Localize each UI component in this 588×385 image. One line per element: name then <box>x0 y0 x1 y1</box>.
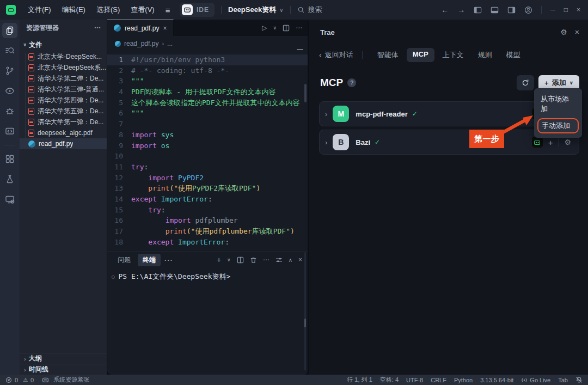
robot-status-icon <box>42 376 49 383</box>
run-file-icon[interactable]: ▷ <box>262 24 267 32</box>
more-actions-icon[interactable]: ⋯ <box>296 24 302 32</box>
tab-mode-indicator[interactable]: Tab <box>558 377 568 383</box>
close-tab-icon[interactable]: × <box>163 25 167 32</box>
help-icon[interactable]: ? <box>347 78 356 87</box>
settings-sliders-icon[interactable] <box>275 256 283 264</box>
account-icon[interactable] <box>524 6 532 14</box>
menu-item[interactable]: 选择(S) <box>96 5 120 15</box>
files-section-header[interactable]: ∨ 文件 <box>20 39 107 50</box>
file-item[interactable]: 清华大学第五弹：De... <box>20 106 107 117</box>
menu-item[interactable]: 查看(V) <box>131 5 154 15</box>
file-item[interactable]: read_pdf.py <box>20 138 107 149</box>
file-name: 清华大学第四弹：De... <box>38 96 103 105</box>
split-editor-icon[interactable] <box>283 25 290 32</box>
close-assistant-icon[interactable]: × <box>575 28 579 36</box>
go-live-button[interactable]: Go Live <box>521 377 550 383</box>
kill-terminal-icon[interactable] <box>250 256 257 264</box>
code-window-icon[interactable] <box>2 124 17 139</box>
code-text: import PyPDF2 <box>131 173 204 184</box>
notifications-bell-icon[interactable] <box>575 376 583 383</box>
file-item[interactable]: deepseek_aigc.pdf <box>20 127 107 138</box>
menu-item-add-manually[interactable]: 手动添加 <box>537 118 579 133</box>
status-item[interactable]: 行 1, 列 1 <box>347 376 372 384</box>
refresh-button[interactable] <box>517 75 534 90</box>
close-panel-icon[interactable]: × <box>298 256 302 264</box>
terminal-scrollbar[interactable] <box>304 252 306 370</box>
terminal-profile-icon[interactable]: ∨ <box>227 257 231 262</box>
remote-window-icon[interactable] <box>2 192 17 207</box>
back-nav-icon[interactable]: ← <box>441 5 449 14</box>
terminal-tab-终端[interactable]: 终端 <box>138 254 161 266</box>
more-actions-icon[interactable]: ⋯ <box>94 24 101 32</box>
watch-eye-icon[interactable] <box>2 83 17 99</box>
pdf-file-icon <box>28 97 34 104</box>
toggle-bottom-panel-icon[interactable] <box>491 6 499 14</box>
outline-section[interactable]: › 大纲 <box>20 353 107 364</box>
status-item[interactable]: 空格: 4 <box>380 376 399 384</box>
code-line: 13 print("使用PyPDF2库读取PDF") <box>107 183 308 194</box>
menu-item[interactable]: 编辑(E) <box>62 5 85 15</box>
editor-scrollbar[interactable] <box>304 84 307 102</box>
tab-规则[interactable]: 规则 <box>472 48 498 62</box>
run-dropdown-icon[interactable]: ∨ <box>273 25 277 30</box>
agent-robot-icon[interactable] <box>532 137 543 148</box>
activity-bar <box>0 20 20 375</box>
editor-tab[interactable]: read_pdf.py × <box>107 20 174 36</box>
terminal-output[interactable]: ○ PS E:\AI文件夹\DeepSeek资料> <box>107 267 308 282</box>
status-item[interactable]: UTF-8 <box>406 377 423 383</box>
status-item[interactable]: 3.13.5 64-bit <box>480 377 513 383</box>
editor-actions: ▷ ∨ ⋯ <box>262 20 308 36</box>
terminal-tab-问题[interactable]: 问题 <box>113 254 136 266</box>
problems-summary[interactable]: 0 ⚠ 0 系统资源紧张 <box>5 376 89 384</box>
hamburger-menu-icon[interactable]: ≡ <box>166 5 170 15</box>
file-item[interactable]: 清华大学第四弹：De... <box>20 95 107 106</box>
back-to-chat-button[interactable]: ‹ 返回对话 <box>319 50 353 60</box>
split-terminal-icon[interactable] <box>237 256 244 264</box>
file-item[interactable]: 北京大学DeepSeek系... <box>20 62 107 73</box>
file-item[interactable]: 北京大学-DeepSeek... <box>20 51 107 62</box>
chevron-right-icon[interactable]: › <box>325 138 327 146</box>
global-search[interactable]: 搜索 <box>297 5 322 15</box>
forward-nav-icon[interactable]: → <box>457 5 465 14</box>
status-item[interactable]: CRLF <box>431 377 446 383</box>
file-item[interactable]: 清华大学第一弹：De... <box>20 117 107 127</box>
more-actions-icon[interactable]: ⋯ <box>164 255 173 265</box>
menu-item[interactable]: 文件(F) <box>28 5 51 15</box>
project-switcher[interactable]: DeepSeek资料 ∨ <box>228 5 283 15</box>
source-control-icon[interactable] <box>2 63 17 78</box>
toggle-right-sidebar-icon[interactable] <box>507 6 516 14</box>
toggle-left-sidebar-icon[interactable] <box>474 6 482 14</box>
more-actions-icon[interactable]: ⋯ <box>263 256 270 264</box>
server-avatar: B <box>333 134 349 150</box>
ide-badge[interactable]: IDE <box>180 3 215 17</box>
menu-item-add-from-market[interactable]: 从市场添加 <box>534 92 582 116</box>
new-terminal-icon[interactable]: + <box>217 255 221 264</box>
explorer-icon[interactable] <box>2 23 17 38</box>
close-window-button[interactable]: × <box>577 6 580 14</box>
minimize-button[interactable]: ─ <box>550 6 555 14</box>
file-item[interactable]: 清华大学第三弹-普通... <box>20 84 107 95</box>
test-flask-icon[interactable] <box>2 172 17 187</box>
timeline-section[interactable]: › 时间线 <box>20 364 107 375</box>
file-item[interactable]: 清华大学第二弹：De... <box>20 73 107 84</box>
server-settings-icon[interactable]: ⚙ <box>564 138 571 146</box>
code-editor[interactable]: 1#!/usr/bin/env python32# -*- coding: ut… <box>107 51 308 252</box>
status-item[interactable]: Python <box>454 377 473 383</box>
apps-grid-icon[interactable] <box>2 151 17 167</box>
tab-智能体[interactable]: 智能体 <box>371 48 405 62</box>
tab-上下文[interactable]: 上下文 <box>437 48 470 62</box>
assistant-settings-icon[interactable]: ⚙ <box>560 28 567 36</box>
tab-MCP[interactable]: MCP <box>407 48 434 62</box>
search-sidebar-icon[interactable] <box>2 43 17 58</box>
code-text: PDF阅读脚本 - 用于提取PDF文件的文本内容 <box>131 87 275 97</box>
chevron-right-icon[interactable]: › <box>325 110 327 118</box>
maximize-button[interactable]: □ <box>564 6 568 14</box>
breadcrumb[interactable]: read_pdf.py › ... <box>107 36 308 51</box>
add-to-agent-icon[interactable]: + <box>548 138 553 147</box>
resource-warning[interactable]: 系统资源紧张 <box>53 376 89 384</box>
chevron-right-icon: › <box>24 356 26 362</box>
maximize-panel-icon[interactable]: ∧ <box>289 257 292 263</box>
tab-模型[interactable]: 模型 <box>500 48 526 62</box>
debug-bug-icon[interactable] <box>2 103 17 119</box>
code-text: except ImportError: <box>131 194 212 205</box>
